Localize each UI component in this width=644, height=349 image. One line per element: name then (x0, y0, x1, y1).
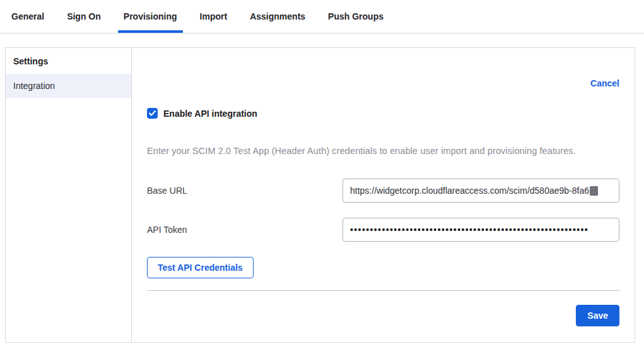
enable-api-integration-label: Enable API integration (163, 109, 257, 119)
tab-sign-on[interactable]: Sign On (61, 0, 107, 33)
cancel-row: Cancel (147, 78, 619, 88)
test-api-credentials-button[interactable]: Test API Credentials (147, 257, 254, 278)
test-credentials-row: Test API Credentials (147, 257, 619, 278)
api-token-input[interactable]: ••••••••••••••••••••••••••••••••••••••••… (342, 218, 619, 242)
tab-assignments[interactable]: Assignments (244, 0, 311, 33)
integration-settings-form: Cancel Enable API integration Enter your… (132, 48, 635, 342)
cancel-button[interactable]: Cancel (590, 78, 619, 88)
base-url-row: Base URL https://widgetcorp.cloudflareac… (147, 179, 619, 203)
sidebar-header: Settings (6, 48, 131, 74)
api-token-masked-value: ••••••••••••••••••••••••••••••••••••••••… (350, 225, 588, 235)
enable-api-integration-checkbox[interactable] (147, 108, 158, 119)
base-url-label: Base URL (147, 186, 342, 196)
tab-general[interactable]: General (6, 0, 50, 33)
checkmark-icon (149, 110, 156, 116)
tab-provisioning[interactable]: Provisioning (118, 0, 183, 33)
base-url-input[interactable]: https://widgetcorp.cloudflareaccess.com/… (342, 179, 619, 203)
api-token-label: API Token (147, 225, 342, 235)
text-cursor-selection-icon: ⁚ (590, 186, 598, 196)
form-footer-divider (147, 290, 619, 291)
save-row: Save (147, 305, 619, 326)
provisioning-panel: Settings Integration Cancel Enable API i… (5, 47, 635, 343)
sidebar-item-integration[interactable]: Integration (6, 74, 131, 98)
tab-push-groups[interactable]: Push Groups (322, 0, 389, 33)
credentials-description: Enter your SCIM 2.0 Test App (Header Aut… (147, 146, 619, 156)
settings-sidebar: Settings Integration (6, 48, 132, 342)
app-tab-bar: General Sign On Provisioning Import Assi… (0, 0, 644, 33)
save-button[interactable]: Save (576, 305, 619, 326)
enable-api-integration-row: Enable API integration (147, 108, 619, 119)
base-url-value: https://widgetcorp.cloudflareaccess.com/… (350, 186, 589, 196)
api-token-row: API Token ••••••••••••••••••••••••••••••… (147, 218, 619, 242)
tab-import[interactable]: Import (194, 0, 233, 33)
